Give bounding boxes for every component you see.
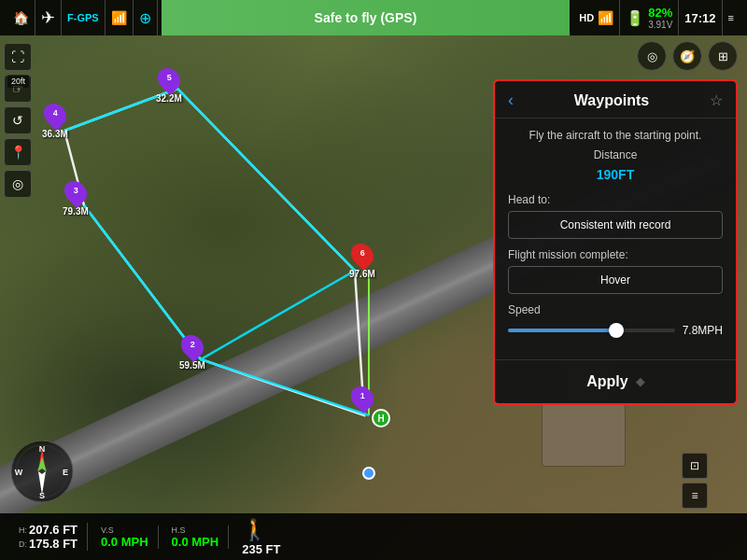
status-bar: Safe to fly (GPS)	[162, 0, 571, 35]
speed-label: Speed	[508, 303, 723, 316]
mission-complete-label: Flight mission complete:	[508, 248, 723, 261]
top-bar: 🏠 ✈ F-GPS 📶 ⊕ Safe to fly (GPS) HD 📶 🔋 8…	[0, 0, 747, 35]
waypoint-3[interactable]: 3 79.3M	[63, 180, 89, 217]
distance-d-label: D:	[19, 539, 27, 549]
vs-value: 0.0 MPH	[101, 535, 148, 549]
svg-text:E: E	[63, 468, 68, 477]
waypoints-body: Fly the aircraft to the starting point. …	[495, 119, 736, 359]
speed-thumb[interactable]	[609, 323, 624, 338]
camera-section: HD 📶	[573, 0, 620, 35]
altitude-section: H: 207.6 FT D: 175.8 FT	[9, 523, 88, 551]
gps-section: F-GPS	[62, 0, 106, 35]
camera-label: HD	[579, 12, 594, 23]
home-icon: 🏠	[13, 10, 29, 25]
waypoint-6[interactable]: 6 97.6M	[349, 243, 375, 279]
speed-slider-row: 7.8MPH	[508, 324, 723, 337]
house-1	[542, 401, 626, 467]
drone-position	[362, 467, 375, 480]
layers-button[interactable]: ⊞	[708, 41, 738, 71]
distance-d-value: 175.8 FT	[29, 537, 78, 551]
left-sidebar: ⛶ ☞ ↺ 📍 ◎	[0, 35, 35, 205]
waypoint-1[interactable]: 1	[352, 385, 373, 410]
home-section[interactable]: 🏠	[7, 0, 35, 35]
drone-icon: ✈	[41, 7, 55, 28]
waypoint-4[interactable]: 4 36.3M	[42, 103, 68, 139]
head-to-label: Head to:	[508, 193, 723, 206]
hs-value: 0.0 MPH	[172, 535, 219, 549]
mini-btn-2[interactable]: ≡	[682, 483, 708, 509]
battery-voltage: 3.91V	[648, 20, 672, 30]
gps-icon: ⊕	[139, 9, 151, 27]
compass: N S W E	[9, 439, 75, 504]
altitude-h-value: 207.6 FT	[29, 523, 78, 537]
battery-section: 🔋 82% 3.91V	[620, 0, 679, 35]
compass-button[interactable]: ◎	[637, 41, 667, 71]
distance-label: Distance	[508, 147, 723, 163]
battery-icon: 🔋	[626, 9, 644, 27]
time-display: 17:12	[684, 11, 715, 25]
gps-icon-section: ⊕	[134, 0, 158, 35]
camera-signal: 📶	[598, 10, 613, 25]
battery-percentage: 82%	[648, 6, 672, 20]
hs-section: H.S 0.0 MPH	[162, 525, 230, 549]
apply-button[interactable]: Apply ◆	[495, 359, 736, 403]
status-text: Safe to fly (GPS)	[315, 10, 417, 25]
menu-section[interactable]: ≡	[723, 0, 740, 35]
sidebar-btn-rotate[interactable]: ↺	[4, 106, 32, 134]
speed-fill	[508, 329, 616, 332]
instruction-text: Fly the aircraft to the starting point.	[508, 128, 723, 144]
favorite-button[interactable]: ☆	[710, 91, 723, 109]
waypoint-5[interactable]: 5 32.2M	[156, 67, 182, 104]
waypoints-panel: ‹ Waypoints ☆ Fly the aircraft to the st…	[493, 79, 738, 405]
speed-track[interactable]	[508, 329, 675, 332]
drone-section[interactable]: ✈	[35, 0, 62, 35]
signal-icon: 📶	[111, 10, 127, 25]
waypoints-header: ‹ Waypoints ☆	[495, 81, 736, 119]
waypoint-2[interactable]: 2 59.5M	[179, 334, 205, 371]
sidebar-btn-grid[interactable]: ⛶	[4, 43, 32, 71]
vs-section: V.S 0.0 MPH	[92, 525, 159, 549]
sidebar-btn-location[interactable]: 📍	[4, 138, 32, 166]
altitude-indicator: 20ft	[7, 75, 29, 88]
person-dist-value: 235 FT	[242, 542, 280, 556]
home-marker: H	[372, 409, 390, 427]
speed-value: 7.8MPH	[683, 324, 723, 337]
person-icon: 🚶	[242, 518, 267, 542]
sidebar-btn-target[interactable]: ◎	[4, 170, 32, 198]
altitude-h-label: H:	[19, 525, 27, 535]
apply-label: Apply	[586, 373, 627, 390]
time-section: 17:12	[679, 0, 722, 35]
signal-section: 📶	[106, 0, 134, 35]
mission-complete-button[interactable]: Hover	[508, 266, 723, 294]
hs-label: H.S	[172, 525, 186, 535]
gps-label: F-GPS	[67, 12, 99, 23]
map-mode-button[interactable]: 🧭	[672, 41, 702, 71]
menu-icon[interactable]: ≡	[728, 12, 734, 23]
head-to-button[interactable]: Consistent with record	[508, 211, 723, 239]
bottom-bar: H: 207.6 FT D: 175.8 FT V.S 0.0 MPH H.S …	[0, 513, 747, 560]
distance-value: 190FT	[508, 167, 723, 182]
svg-text:W: W	[15, 468, 23, 477]
top-right-icons: ◎ 🧭 ⊞	[637, 41, 738, 71]
panel-title: Waypoints	[514, 92, 710, 109]
mini-btn-1[interactable]: ⊡	[682, 453, 708, 479]
vs-label: V.S	[101, 525, 114, 535]
person-section: 🚶 235 FT	[233, 518, 289, 556]
apply-icon: ◆	[636, 375, 644, 388]
mini-panel: ⊡ ≡	[682, 453, 738, 509]
